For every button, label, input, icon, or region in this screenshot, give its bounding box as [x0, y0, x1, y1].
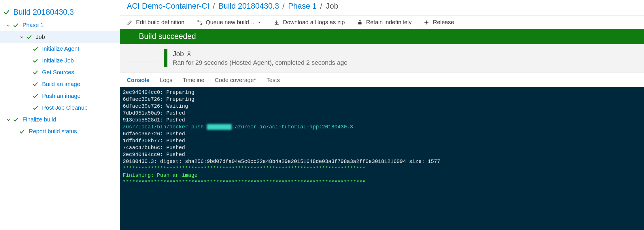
pencil-icon — [127, 20, 133, 25]
console-line: 1dfbdf308b77: Pushed — [123, 138, 185, 144]
svg-rect-0 — [197, 20, 199, 22]
breadcrumb-project[interactable]: ACI Demo-Container-CI — [127, 2, 209, 11]
breadcrumb-job: Job — [326, 2, 338, 11]
console-line-stars: ****************************************… — [123, 179, 366, 185]
success-icon — [32, 69, 39, 76]
tree-job-label: Job — [36, 34, 45, 40]
download-icon — [274, 20, 279, 25]
tab-logs[interactable]: Logs — [160, 77, 172, 87]
console-line-finishing: Finishing: Push an image — [123, 172, 197, 178]
edit-build-definition-button[interactable]: Edit build definition — [127, 19, 184, 26]
console-redacted: xxxxxxxx — [207, 124, 232, 130]
console-line-stars: ****************************************… — [123, 166, 366, 171]
job-title: Job — [173, 50, 348, 58]
tab-coverage[interactable]: Code coverage* — [215, 77, 256, 87]
tab-tests[interactable]: Tests — [267, 77, 280, 87]
tree-step-label: Build an image — [42, 81, 80, 88]
tree-step-label: Post Job Cleanup — [42, 104, 88, 111]
tree-report-label: Report build status — [29, 128, 77, 135]
tree-phase1-label: Phase 1 — [22, 22, 44, 28]
breadcrumb-sep: / — [212, 2, 216, 11]
banner-text: Build succeeded — [139, 32, 196, 41]
tree-phase1[interactable]: Phase 1 — [0, 19, 120, 31]
dashes-decoration: --------- — [127, 51, 160, 65]
toolbar-label: Download all logs as zip — [283, 19, 345, 26]
svg-point-4 — [188, 52, 190, 54]
console-output[interactable]: 2ec940494cc0: Preparing 6dfaec39e726: Pr… — [120, 87, 644, 230]
breadcrumb-sep: / — [282, 2, 285, 11]
sidebar: Build 20180430.3 Phase 1 Job Initialize … — [0, 0, 120, 230]
job-title-text: Job — [173, 50, 184, 58]
job-header: --------- Job Ran for 29 seconds (Hosted… — [120, 44, 644, 73]
tree-finalize-label: Finalize build — [22, 116, 56, 123]
caret-down-icon[interactable] — [257, 20, 262, 25]
breadcrumb-build[interactable]: Build 20180430.3 — [218, 2, 279, 11]
tree-step-initialize-agent[interactable]: Initialize Agent — [0, 43, 120, 55]
toolbar-label: Release — [433, 19, 454, 26]
release-button[interactable]: Release — [424, 19, 454, 26]
tree-job[interactable]: Job — [0, 31, 120, 43]
tree-finalize[interactable]: Finalize build — [0, 114, 120, 126]
tab-console[interactable]: Console — [127, 77, 150, 87]
main-content: ACI Demo-Container-CI / Build 20180430.3… — [120, 0, 644, 230]
toolbar-label: Queue new build… — [206, 19, 255, 26]
breadcrumb-phase[interactable]: Phase 1 — [288, 2, 317, 11]
svg-rect-1 — [200, 23, 202, 25]
toolbar-label: Retain indefinitely — [366, 19, 412, 26]
success-icon — [32, 93, 39, 99]
success-icon — [32, 46, 39, 52]
tree-step-get-sources[interactable]: Get Sources — [0, 66, 120, 78]
tree-step-initialize-job[interactable]: Initialize Job — [0, 55, 120, 66]
success-icon — [32, 105, 39, 111]
person-icon — [186, 51, 192, 57]
tree-step-label: Get Sources — [42, 69, 74, 76]
breadcrumb: ACI Demo-Container-CI / Build 20180430.3… — [120, 0, 644, 16]
console-line: 6dfaec39e726: Pushed — [123, 131, 185, 137]
console-line: 2ec940494cc0: Pushed — [123, 152, 185, 157]
status-bar-green — [164, 49, 167, 67]
success-icon — [13, 117, 19, 123]
tree-report-status[interactable]: Report build status — [0, 126, 120, 137]
tree-step-build-image[interactable]: Build an image — [0, 78, 120, 90]
release-icon — [424, 20, 429, 25]
queue-icon — [197, 20, 202, 25]
breadcrumb-sep: / — [320, 2, 323, 11]
job-subtitle: Ran for 29 seconds (Hosted Agent), compl… — [173, 59, 348, 66]
console-line: 6dfaec39e726: Waiting — [123, 103, 188, 109]
console-line: 6dfaec39e726: Preparing — [123, 96, 194, 102]
console-cmd-pre: /usr/local/bin/docker push — [123, 124, 207, 130]
console-cmd-post: .azurecr.io/aci-tutorial-app:20180430.3 — [232, 124, 353, 130]
console-line: 2ec940494cc0: Preparing — [123, 90, 194, 95]
toolbar-label: Edit build definition — [136, 19, 184, 26]
tab-timeline[interactable]: Timeline — [183, 77, 204, 87]
svg-rect-2 — [358, 22, 361, 24]
tree-step-push-image[interactable]: Push an image — [0, 90, 120, 102]
console-line: 74aac47b6b6c: Pushed — [123, 145, 185, 151]
success-icon — [32, 81, 39, 88]
tree-build-label: Build 20180430.3 — [13, 8, 74, 17]
success-icon — [13, 22, 19, 28]
tree-step-label: Initialize Job — [42, 57, 74, 64]
success-icon — [19, 128, 25, 135]
lock-icon — [357, 20, 363, 25]
queue-new-build-button[interactable]: Queue new build… — [197, 19, 262, 26]
tree-step-label: Initialize Agent — [42, 45, 79, 52]
console-line: 7dbd951a50a9: Pushed — [123, 110, 185, 116]
retain-indefinitely-button[interactable]: Retain indefinitely — [357, 19, 412, 26]
toolbar: Edit build definition Queue new build… D… — [120, 16, 644, 29]
chevron-down-icon — [19, 35, 24, 40]
success-icon — [32, 58, 39, 64]
success-icon — [3, 9, 10, 16]
tree-step-post-cleanup[interactable]: Post Job Cleanup — [0, 102, 120, 114]
tabs: Console Logs Timeline Code coverage* Tes… — [120, 73, 644, 87]
build-succeeded-banner: Build succeeded — [120, 29, 644, 44]
download-logs-button[interactable]: Download all logs as zip — [274, 19, 345, 26]
console-line-command: /usr/local/bin/docker push xxxxxxxx.azur… — [123, 124, 353, 130]
console-line: 20180430.3: digest: sha256:9bd07dfa04e5c… — [123, 159, 440, 164]
tree-step-label: Push an image — [42, 93, 80, 99]
chevron-down-icon — [6, 117, 11, 122]
tree-build-root[interactable]: Build 20180430.3 — [0, 5, 120, 19]
chevron-down-icon — [6, 23, 11, 28]
svg-point-3 — [426, 22, 427, 23]
success-icon — [26, 34, 32, 40]
